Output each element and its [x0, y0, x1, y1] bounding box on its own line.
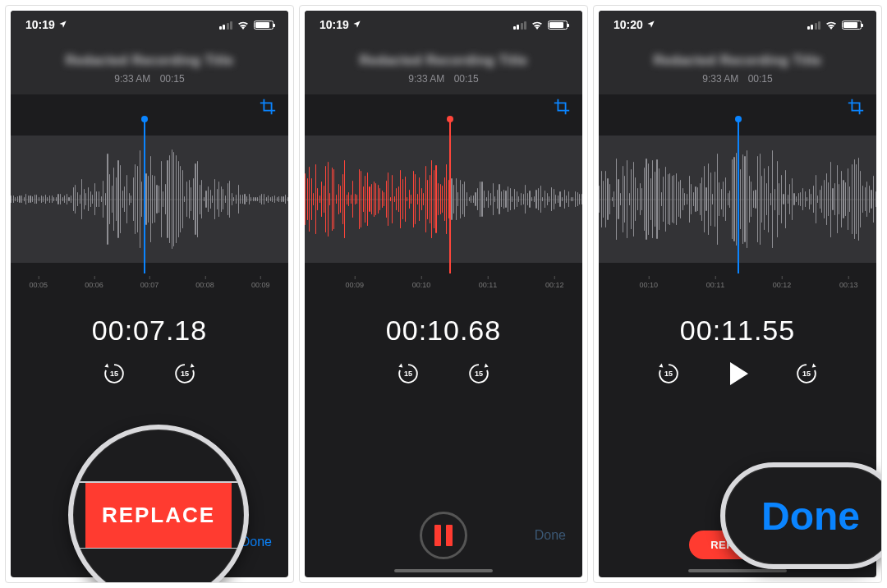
phone-frame-1: 10:19 Redacted Recording Title 9:33 AM 0…	[5, 5, 294, 583]
wifi-icon	[825, 20, 838, 30]
callout-done: Done	[720, 462, 882, 569]
status-bar: 10:20	[599, 11, 876, 39]
battery-icon	[548, 21, 568, 30]
skip-back-button[interactable]: 15	[396, 361, 421, 386]
playhead[interactable]	[449, 119, 451, 273]
pause-button[interactable]	[420, 512, 467, 559]
playhead[interactable]	[144, 119, 145, 273]
cellular-icon	[219, 21, 233, 30]
phone-frame-2: 10:19 Redacted Recording Title 9:33 AM 0…	[299, 5, 588, 583]
waveform-area[interactable]: 00:09 00:10 00:11 00:12	[305, 94, 582, 308]
recording-header: Redacted Recording Title 9:33 AM 00:15	[11, 39, 288, 94]
playhead[interactable]	[738, 119, 739, 273]
skip-forward-button[interactable]: 15	[466, 361, 491, 386]
recording-title: Redacted Recording Title	[607, 53, 868, 68]
battery-icon	[254, 21, 273, 30]
waveform-area[interactable]: 00:05 00:06 00:07 00:08 00:09	[11, 94, 288, 308]
crop-button[interactable]	[259, 98, 277, 116]
cellular-icon	[807, 21, 821, 30]
waveform-band	[305, 136, 582, 263]
crop-button[interactable]	[847, 98, 865, 116]
transport-controls: 15 15	[305, 361, 582, 386]
status-time: 10:19	[25, 18, 55, 31]
location-icon	[646, 18, 655, 31]
screen-2: 10:19 Redacted Recording Title 9:33 AM 0…	[305, 11, 582, 577]
action-row: Done	[305, 512, 582, 559]
recording-header: Redacted Recording Title 9:33 AM 00:15	[305, 39, 582, 94]
time-ruler: 00:05 00:06 00:07 00:08 00:09	[11, 277, 288, 293]
callout-replace-label[interactable]: REPLACE	[85, 483, 232, 548]
play-button[interactable]	[727, 362, 748, 385]
status-time: 10:20	[614, 18, 643, 31]
location-icon	[58, 18, 67, 31]
home-indicator[interactable]	[688, 569, 787, 572]
wifi-icon	[531, 20, 544, 30]
recording-title: Redacted Recording Title	[313, 53, 574, 68]
recording-title: Redacted Recording Title	[19, 53, 280, 68]
skip-back-button[interactable]: 15	[656, 361, 681, 386]
status-bar: 10:19	[305, 11, 582, 39]
done-button: Done	[535, 528, 566, 543]
time-ruler: 00:10 00:11 00:12 00:13	[599, 277, 876, 293]
phone-frame-3: 10:20 Redacted Recording Title 9:33 AM 0…	[593, 5, 882, 583]
recording-meta: 9:33 AM 00:15	[607, 73, 868, 85]
recording-meta: 9:33 AM 00:15	[19, 73, 280, 85]
skip-forward-button[interactable]: 15	[172, 361, 197, 386]
skip-back-button[interactable]: 15	[102, 361, 126, 386]
playback-time: 00:11.55	[599, 315, 876, 347]
transport-controls: 15 15	[599, 361, 876, 386]
playback-time: 00:07.18	[11, 315, 288, 347]
wifi-icon	[237, 20, 250, 30]
waveform-band	[11, 136, 288, 263]
status-bar: 10:19	[11, 11, 288, 39]
callout-done-label[interactable]: Done	[761, 494, 860, 539]
transport-controls: 15 15	[11, 361, 288, 386]
status-time: 10:19	[319, 18, 349, 31]
playback-time: 00:10.68	[305, 315, 582, 347]
skip-forward-button[interactable]: 15	[794, 361, 819, 386]
time-ruler: 00:09 00:10 00:11 00:12	[305, 277, 582, 293]
crop-button[interactable]	[553, 98, 571, 116]
cellular-icon	[513, 21, 527, 30]
recording-header: Redacted Recording Title 9:33 AM 00:15	[599, 39, 876, 94]
home-indicator[interactable]	[394, 569, 493, 572]
recording-meta: 9:33 AM 00:15	[313, 73, 574, 85]
location-icon	[352, 18, 361, 31]
waveform-area[interactable]: 00:10 00:11 00:12 00:13	[599, 94, 876, 308]
battery-icon	[842, 21, 862, 30]
